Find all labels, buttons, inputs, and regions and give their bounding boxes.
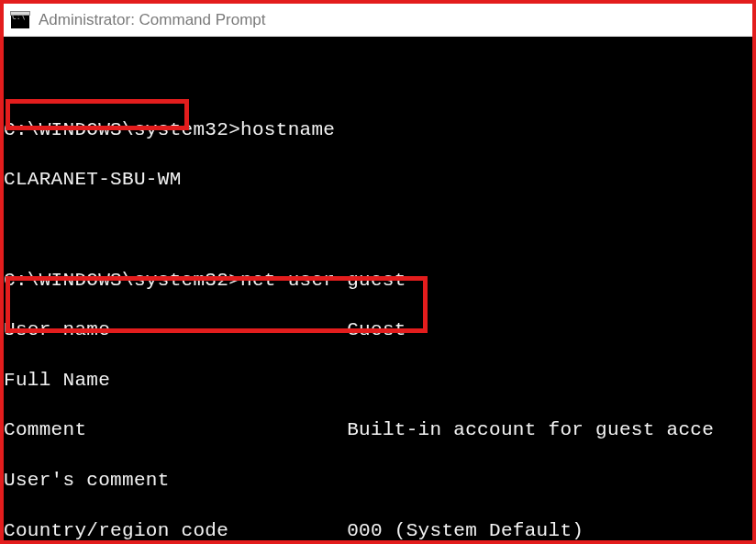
command-prompt-window: Administrator: Command Prompt C:\WINDOWS… [0, 0, 756, 544]
value-country: 000 (System Default) [347, 520, 584, 540]
command-net-user: net user guest [240, 270, 406, 291]
label-user-name: User name [4, 319, 347, 340]
command-hostname: hostname [240, 119, 335, 140]
value-user-name: Guest [347, 319, 406, 340]
terminal-output[interactable]: C:\WINDOWS\system32>hostname CLARANET-SB… [4, 37, 752, 540]
value-comment: Built-in account for guest acce [347, 419, 714, 440]
titlebar[interactable]: Administrator: Command Prompt [4, 4, 752, 37]
label-full-name: Full Name [4, 370, 347, 391]
prompt: C:\WINDOWS\system32> [4, 270, 240, 291]
label-country: Country/region code [4, 520, 347, 540]
hostname-output: CLARANET-SBU-WM [4, 169, 182, 190]
label-user-comment: User's comment [4, 470, 347, 491]
prompt: C:\WINDOWS\system32> [4, 119, 240, 140]
window-title: Administrator: Command Prompt [39, 11, 266, 29]
cmd-icon [11, 12, 29, 28]
label-comment: Comment [4, 419, 347, 440]
